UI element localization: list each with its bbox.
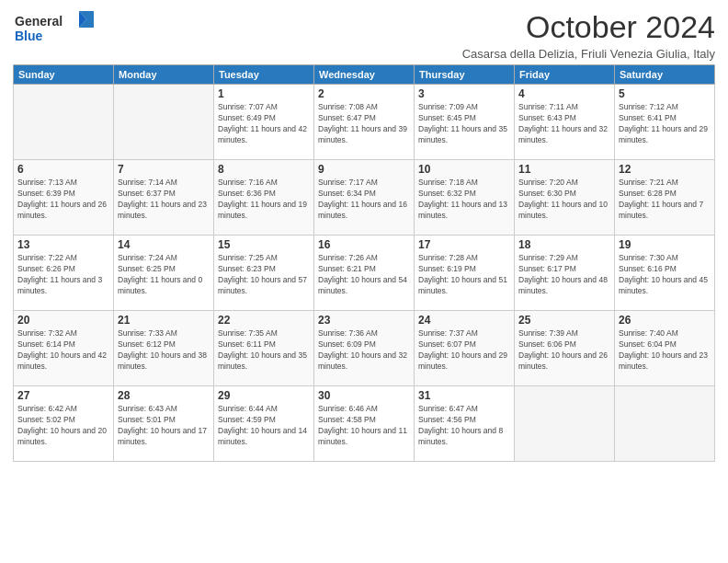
day-number: 6	[17, 163, 109, 176]
day-number: 17	[418, 238, 510, 251]
svg-text:General: General	[15, 14, 63, 29]
day-number: 1	[218, 87, 310, 100]
col-saturday: Saturday	[615, 65, 715, 85]
day-info: Sunrise: 7:11 AMSunset: 6:43 PMDaylight:…	[518, 102, 610, 146]
calendar-cell: 27Sunrise: 6:42 AMSunset: 5:02 PMDayligh…	[14, 386, 114, 462]
day-info: Sunrise: 7:36 AMSunset: 6:09 PMDaylight:…	[318, 328, 410, 373]
day-number: 16	[318, 238, 410, 251]
logo-svg: General Blue	[13, 9, 96, 44]
day-info: Sunrise: 7:14 AMSunset: 6:37 PMDaylight:…	[118, 178, 210, 222]
col-wednesday: Wednesday	[314, 65, 415, 85]
day-info: Sunrise: 7:39 AMSunset: 6:06 PMDaylight:…	[518, 328, 610, 373]
day-info: Sunrise: 7:24 AMSunset: 6:25 PMDaylight:…	[118, 253, 210, 297]
day-info: Sunrise: 7:18 AMSunset: 6:32 PMDaylight:…	[418, 178, 510, 222]
day-info: Sunrise: 7:25 AMSunset: 6:23 PMDaylight:…	[218, 253, 310, 297]
day-number: 19	[619, 238, 711, 251]
calendar-cell: 10Sunrise: 7:18 AMSunset: 6:32 PMDayligh…	[415, 160, 515, 236]
day-info: Sunrise: 7:26 AMSunset: 6:21 PMDaylight:…	[318, 253, 410, 297]
calendar-row-2: 6Sunrise: 7:13 AMSunset: 6:39 PMDaylight…	[14, 160, 715, 236]
day-info: Sunrise: 7:29 AMSunset: 6:17 PMDaylight:…	[518, 253, 610, 297]
day-number: 15	[218, 238, 310, 251]
title-block: October 2024 Casarsa della Delizia, Friu…	[462, 9, 715, 61]
day-info: Sunrise: 7:32 AMSunset: 6:14 PMDaylight:…	[17, 328, 109, 373]
calendar-cell: 30Sunrise: 6:46 AMSunset: 4:58 PMDayligh…	[314, 386, 415, 462]
day-number: 22	[218, 314, 310, 327]
calendar-cell: 6Sunrise: 7:13 AMSunset: 6:39 PMDaylight…	[14, 160, 114, 236]
calendar-cell: 22Sunrise: 7:35 AMSunset: 6:11 PMDayligh…	[214, 311, 314, 386]
month-title: October 2024	[462, 9, 715, 45]
calendar-cell: 14Sunrise: 7:24 AMSunset: 6:25 PMDayligh…	[114, 236, 214, 311]
calendar-cell: 24Sunrise: 7:37 AMSunset: 6:07 PMDayligh…	[415, 311, 515, 386]
day-number: 20	[17, 314, 109, 327]
svg-text:Blue: Blue	[15, 29, 43, 43]
calendar-row-5: 27Sunrise: 6:42 AMSunset: 5:02 PMDayligh…	[14, 386, 715, 462]
day-number: 28	[118, 389, 210, 402]
day-info: Sunrise: 7:09 AMSunset: 6:45 PMDaylight:…	[418, 102, 510, 146]
calendar-cell: 18Sunrise: 7:29 AMSunset: 6:17 PMDayligh…	[515, 236, 615, 311]
day-info: Sunrise: 7:22 AMSunset: 6:26 PMDaylight:…	[17, 253, 109, 297]
day-number: 4	[518, 87, 610, 100]
calendar-cell: 13Sunrise: 7:22 AMSunset: 6:26 PMDayligh…	[14, 236, 114, 311]
col-thursday: Thursday	[415, 65, 515, 85]
day-number: 30	[318, 389, 410, 402]
calendar-cell: 1Sunrise: 7:07 AMSunset: 6:49 PMDaylight…	[214, 85, 314, 160]
calendar-cell: 17Sunrise: 7:28 AMSunset: 6:19 PMDayligh…	[415, 236, 515, 311]
day-number: 14	[118, 238, 210, 251]
day-number: 2	[318, 87, 410, 100]
day-info: Sunrise: 7:35 AMSunset: 6:11 PMDaylight:…	[218, 328, 310, 373]
day-info: Sunrise: 7:28 AMSunset: 6:19 PMDaylight:…	[418, 253, 510, 297]
day-number: 10	[418, 163, 510, 176]
day-number: 27	[17, 389, 109, 402]
day-number: 26	[619, 314, 711, 327]
day-number: 5	[619, 87, 711, 100]
calendar-cell: 7Sunrise: 7:14 AMSunset: 6:37 PMDaylight…	[114, 160, 214, 236]
calendar-row-3: 13Sunrise: 7:22 AMSunset: 6:26 PMDayligh…	[14, 236, 715, 311]
day-info: Sunrise: 6:44 AMSunset: 4:59 PMDaylight:…	[218, 404, 310, 448]
day-info: Sunrise: 7:30 AMSunset: 6:16 PMDaylight:…	[619, 253, 711, 297]
day-number: 11	[518, 163, 610, 176]
day-info: Sunrise: 6:46 AMSunset: 4:58 PMDaylight:…	[318, 404, 410, 448]
day-number: 18	[518, 238, 610, 251]
calendar-cell: 19Sunrise: 7:30 AMSunset: 6:16 PMDayligh…	[615, 236, 715, 311]
day-info: Sunrise: 6:42 AMSunset: 5:02 PMDaylight:…	[17, 404, 109, 448]
day-info: Sunrise: 6:43 AMSunset: 5:01 PMDaylight:…	[118, 404, 210, 448]
day-number: 29	[218, 389, 310, 402]
calendar-header-row: Sunday Monday Tuesday Wednesday Thursday…	[14, 65, 715, 85]
calendar-cell: 9Sunrise: 7:17 AMSunset: 6:34 PMDaylight…	[314, 160, 415, 236]
day-number: 3	[418, 87, 510, 100]
calendar-cell	[114, 85, 214, 160]
day-info: Sunrise: 7:08 AMSunset: 6:47 PMDaylight:…	[318, 102, 410, 146]
calendar-cell	[14, 85, 114, 160]
calendar-cell: 23Sunrise: 7:36 AMSunset: 6:09 PMDayligh…	[314, 311, 415, 386]
page: General Blue October 2024 Casarsa della …	[0, 0, 728, 469]
day-number: 13	[17, 238, 109, 251]
col-tuesday: Tuesday	[214, 65, 314, 85]
logo: General Blue	[13, 9, 96, 44]
day-info: Sunrise: 7:07 AMSunset: 6:49 PMDaylight:…	[218, 102, 310, 146]
day-info: Sunrise: 7:12 AMSunset: 6:41 PMDaylight:…	[619, 102, 711, 146]
day-number: 24	[418, 314, 510, 327]
calendar-cell: 4Sunrise: 7:11 AMSunset: 6:43 PMDaylight…	[515, 85, 615, 160]
day-number: 9	[318, 163, 410, 176]
day-info: Sunrise: 7:13 AMSunset: 6:39 PMDaylight:…	[17, 178, 109, 222]
calendar-cell: 11Sunrise: 7:20 AMSunset: 6:30 PMDayligh…	[515, 160, 615, 236]
calendar-cell: 28Sunrise: 6:43 AMSunset: 5:01 PMDayligh…	[114, 386, 214, 462]
day-number: 8	[218, 163, 310, 176]
calendar-cell	[515, 386, 615, 462]
day-info: Sunrise: 7:21 AMSunset: 6:28 PMDaylight:…	[619, 178, 711, 222]
col-sunday: Sunday	[14, 65, 114, 85]
day-number: 21	[118, 314, 210, 327]
day-number: 31	[418, 389, 510, 402]
location: Casarsa della Delizia, Friuli Venezia Gi…	[462, 47, 715, 61]
calendar-row-4: 20Sunrise: 7:32 AMSunset: 6:14 PMDayligh…	[14, 311, 715, 386]
calendar-cell: 8Sunrise: 7:16 AMSunset: 6:36 PMDaylight…	[214, 160, 314, 236]
calendar-cell: 5Sunrise: 7:12 AMSunset: 6:41 PMDaylight…	[615, 85, 715, 160]
calendar-cell: 2Sunrise: 7:08 AMSunset: 6:47 PMDaylight…	[314, 85, 415, 160]
day-info: Sunrise: 6:47 AMSunset: 4:56 PMDaylight:…	[418, 404, 510, 448]
calendar-cell: 25Sunrise: 7:39 AMSunset: 6:06 PMDayligh…	[515, 311, 615, 386]
day-info: Sunrise: 7:17 AMSunset: 6:34 PMDaylight:…	[318, 178, 410, 222]
calendar-cell: 21Sunrise: 7:33 AMSunset: 6:12 PMDayligh…	[114, 311, 214, 386]
calendar-cell	[615, 386, 715, 462]
calendar-cell: 29Sunrise: 6:44 AMSunset: 4:59 PMDayligh…	[214, 386, 314, 462]
calendar-cell: 15Sunrise: 7:25 AMSunset: 6:23 PMDayligh…	[214, 236, 314, 311]
